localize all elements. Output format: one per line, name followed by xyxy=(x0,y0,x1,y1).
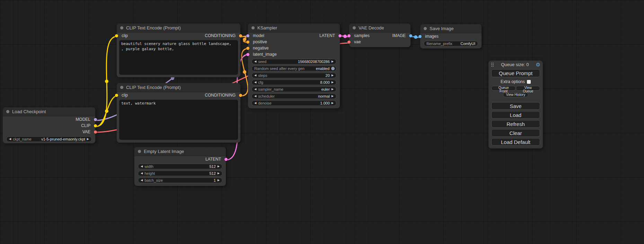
increment-arrow-icon[interactable]: ▶ xyxy=(218,172,220,175)
output-row: MODEL xyxy=(3,116,95,123)
output-slot-clip[interactable] xyxy=(94,124,97,127)
node-titlebar[interactable]: Load Checkpoint xyxy=(3,107,95,116)
input-slot-clip[interactable] xyxy=(115,94,118,97)
collapse-dot-icon[interactable] xyxy=(252,26,255,29)
node-vae-decode[interactable]: VAE Decode samples IMAGE vae xyxy=(349,24,411,47)
widget-sampler-name[interactable]: ◀ sampler_name euler ▶ xyxy=(252,87,336,92)
input-slot-negative[interactable] xyxy=(246,47,249,50)
node-titlebar[interactable]: VAE Decode xyxy=(349,24,411,33)
decrement-arrow-icon[interactable]: ◀ xyxy=(141,179,143,182)
decrement-arrow-icon[interactable]: ◀ xyxy=(254,60,256,63)
decrement-arrow-icon[interactable]: ◀ xyxy=(141,165,143,168)
decrement-arrow-icon[interactable]: ◀ xyxy=(254,88,256,91)
widget-denoise[interactable]: ◀ denoise 1.000 ▶ xyxy=(252,100,336,106)
prompt-text-input[interactable]: text, watermark xyxy=(119,100,238,140)
collapse-dot-icon[interactable] xyxy=(424,27,427,30)
widget-batch-size[interactable]: ◀ batch_size 1 ▶ xyxy=(138,178,222,183)
increment-arrow-icon[interactable]: ▶ xyxy=(218,179,220,182)
output-slot-latent[interactable] xyxy=(224,158,228,161)
widget-steps[interactable]: ◀ steps 20 ▶ xyxy=(252,73,336,78)
increment-arrow-icon[interactable]: ▶ xyxy=(332,102,334,105)
collapse-dot-icon[interactable] xyxy=(138,150,141,153)
increment-arrow-icon[interactable]: ▶ xyxy=(332,74,334,77)
node-load-checkpoint[interactable]: Load Checkpoint MODEL CLIP VAE ◀ ckpt_na… xyxy=(3,107,95,143)
queue-front-button[interactable]: Queue Front xyxy=(491,86,516,91)
load-button[interactable]: Load xyxy=(491,111,540,119)
output-slot-model[interactable] xyxy=(94,118,97,121)
decrement-arrow-icon[interactable]: ◀ xyxy=(254,81,256,84)
node-title: KSampler xyxy=(257,25,277,30)
widget-width[interactable]: ◀ width 512 ▶ xyxy=(138,164,222,169)
toggle-knob-icon[interactable] xyxy=(331,67,335,70)
comfyui-canvas[interactable]: { "icons": { "left_arrow": "◀", "right_a… xyxy=(0,0,644,244)
widget-height[interactable]: ◀ height 512 ▶ xyxy=(138,171,222,176)
output-slot-latent[interactable] xyxy=(338,34,342,37)
output-slot-image[interactable] xyxy=(409,34,412,37)
node-titlebar[interactable]: KSampler xyxy=(248,24,340,33)
decrement-arrow-icon[interactable]: ◀ xyxy=(254,74,256,77)
slot-row: model LATENT xyxy=(248,33,340,39)
decrement-arrow-icon[interactable]: ◀ xyxy=(254,95,256,98)
widget-ckpt-name[interactable]: ◀ ckpt_name v1-5-pruned-emaonly.ckpt ▶ xyxy=(6,136,92,142)
output-slot-conditioning[interactable] xyxy=(239,34,242,37)
drag-handle-icon[interactable] xyxy=(491,62,494,67)
node-clip-text-encode-negative[interactable]: CLIP Text Encode (Prompt) clip CONDITION… xyxy=(117,83,240,143)
widget-label: denoise xyxy=(258,101,272,105)
slot-row: latent_image xyxy=(248,51,340,57)
increment-arrow-icon[interactable]: ▶ xyxy=(332,81,334,84)
increment-arrow-icon[interactable]: ▶ xyxy=(332,95,334,98)
node-titlebar[interactable]: CLIP Text Encode (Prompt) xyxy=(117,24,240,33)
node-titlebar[interactable]: Empty Latent Image xyxy=(134,147,226,156)
widget-cfg[interactable]: ◀ cfg 8.000 ▶ xyxy=(252,80,336,85)
load-default-button[interactable]: Load Default xyxy=(491,138,540,146)
increment-arrow-icon[interactable]: ▶ xyxy=(87,138,89,141)
node-save-image[interactable]: Save Image images filename_prefix ComfyU… xyxy=(420,24,482,48)
widget-filename-prefix[interactable]: filename_prefix ComfyUI xyxy=(424,41,478,46)
widget-value: 1 xyxy=(214,178,216,182)
view-history-button[interactable]: View History xyxy=(503,92,528,97)
collapse-dot-icon[interactable] xyxy=(120,86,123,89)
slot-row: images xyxy=(420,33,482,39)
input-slot-clip[interactable] xyxy=(115,34,118,37)
widget-scheduler[interactable]: ◀ scheduler normal ▶ xyxy=(252,93,336,99)
clear-button[interactable]: Clear xyxy=(491,129,540,137)
input-slot-images[interactable] xyxy=(418,35,422,38)
node-titlebar[interactable]: Save Image xyxy=(420,24,482,33)
output-slot-vae[interactable] xyxy=(94,130,97,134)
increment-arrow-icon[interactable]: ▶ xyxy=(332,88,334,91)
decrement-arrow-icon[interactable]: ◀ xyxy=(9,138,11,141)
save-button[interactable]: Save xyxy=(491,102,540,110)
node-title: CLIP Text Encode (Prompt) xyxy=(126,85,181,90)
input-slot-vae[interactable] xyxy=(347,40,351,44)
queue-prompt-button[interactable]: Queue Prompt xyxy=(491,69,540,77)
node-ksampler[interactable]: KSampler model LATENT positive negative … xyxy=(248,24,340,108)
widget-label: width xyxy=(144,164,153,169)
decrement-arrow-icon[interactable]: ◀ xyxy=(141,172,143,175)
node-title: Save Image xyxy=(430,26,453,31)
prompt-text-input[interactable]: beautiful scenery nature glass bottle la… xyxy=(119,40,238,75)
node-clip-text-encode-positive[interactable]: CLIP Text Encode (Prompt) clip CONDITION… xyxy=(117,24,240,77)
output-slot-conditioning[interactable] xyxy=(239,94,242,97)
wire-midpoint-clip-negative xyxy=(105,109,108,113)
decrement-arrow-icon[interactable]: ◀ xyxy=(254,102,256,105)
wire-midpoint-image xyxy=(414,35,417,39)
extra-options-checkbox[interactable] xyxy=(527,80,531,84)
collapse-dot-icon[interactable] xyxy=(6,110,9,113)
increment-arrow-icon[interactable]: ▶ xyxy=(332,60,334,63)
input-slot-latent-image[interactable] xyxy=(246,53,249,56)
settings-gear-icon[interactable]: ⚙ xyxy=(536,62,540,67)
widget-seed[interactable]: ◀ seed 156680208700286 ▶ xyxy=(252,59,336,64)
input-slot-samples[interactable] xyxy=(347,34,351,37)
wire-midpoint-samples xyxy=(343,35,347,38)
node-empty-latent-image[interactable]: Empty Latent Image LATENT ◀ width 512 ▶ … xyxy=(134,147,226,186)
input-slot-positive[interactable] xyxy=(246,40,249,44)
input-slot-model[interactable] xyxy=(246,34,249,37)
widget-random-seed-toggle[interactable]: Random seed after every gen enabled xyxy=(252,66,336,71)
node-titlebar[interactable]: CLIP Text Encode (Prompt) xyxy=(117,83,240,92)
collapse-dot-icon[interactable] xyxy=(353,26,356,29)
collapse-dot-icon[interactable] xyxy=(120,26,123,29)
widget-label: batch_size xyxy=(144,178,163,182)
refresh-button[interactable]: Refresh xyxy=(491,120,540,128)
increment-arrow-icon[interactable]: ▶ xyxy=(218,165,220,168)
view-queue-button[interactable]: View Queue xyxy=(516,86,540,91)
